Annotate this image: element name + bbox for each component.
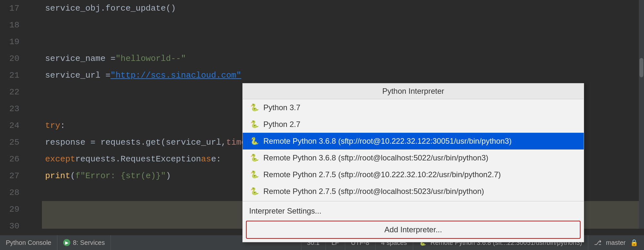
lock-icon: 🔒	[630, 239, 638, 246]
add-interpreter-box[interactable]: Add Interpreter...	[246, 221, 581, 239]
line-num-17: 17	[0, 0, 19, 17]
code-line-18	[42, 17, 644, 34]
gutter: ▽	[26, 0, 42, 229]
line-num-29: 29	[0, 201, 19, 218]
editor-scrollbar[interactable]	[639, 0, 644, 229]
line-num-21: 21	[0, 67, 19, 84]
python-icon: 🐍	[249, 169, 259, 180]
code-line-20: service_name = "helloworld--"	[42, 50, 644, 67]
interpreter-dropdown[interactable]: Python Interpreter 🐍 Python 3.7 🐍 Python…	[242, 83, 584, 242]
vcs-label: master	[606, 239, 626, 246]
interpreter-item-remote368b[interactable]: 🐍 Remote Python 3.6.8 (sftp://root@local…	[243, 149, 584, 166]
line-num-22: 22	[0, 84, 19, 101]
line-num-20: 20	[0, 50, 19, 67]
interpreter-item-py37[interactable]: 🐍 Python 3.7	[243, 99, 584, 116]
interpreter-item-remote275a[interactable]: 🐍 Remote Python 2.7.5 (sftp://root@10.22…	[243, 166, 584, 183]
code-line-19	[42, 34, 644, 50]
python-icon: 🐍	[249, 136, 259, 146]
line-num-27: 27	[0, 168, 19, 184]
line-num-23: 23	[0, 101, 19, 117]
line-num-19: 19	[0, 34, 19, 50]
run-icon: ▶	[63, 239, 70, 246]
interpreter-item-remote275b-label: Remote Python 2.7.5 (sftp://root@localho…	[263, 187, 484, 196]
line-num-30: 30	[0, 218, 19, 229]
status-services[interactable]: ▶ 8: Services	[57, 235, 111, 250]
status-vcs[interactable]: ⎇ master 🔒	[588, 235, 644, 250]
interpreter-item-py27-label: Python 2.7	[263, 120, 300, 129]
dropdown-divider	[243, 201, 584, 201]
line-num-18: 18	[0, 17, 19, 34]
vcs-icon: ⎇	[594, 239, 601, 246]
interpreter-item-remote275a-label: Remote Python 2.7.5 (sftp://root@10.222.…	[263, 170, 501, 179]
scrollbar-thumb[interactable]	[639, 58, 643, 77]
line-numbers: 17 18 19 20 21 22 23 24 25 26 27 28 29 3…	[0, 0, 26, 229]
interpreter-item-py37-label: Python 3.7	[263, 103, 300, 112]
line-num-25: 25	[0, 134, 19, 151]
interpreter-item-remote275b[interactable]: 🐍 Remote Python 2.7.5 (sftp://root@local…	[243, 183, 584, 200]
python-icon: 🐍	[249, 119, 259, 130]
python-icon: 🐍	[249, 153, 259, 163]
status-bar-left: Python Console ▶ 8: Services	[0, 235, 111, 250]
status-console[interactable]: Python Console	[0, 235, 57, 250]
interpreter-item-remote368b-label: Remote Python 3.6.8 (sftp://root@localho…	[263, 153, 488, 162]
line-num-24: 24	[0, 117, 19, 134]
interpreter-item-remote368a[interactable]: 🐍 Remote Python 3.6.8 (sftp://root@10.22…	[243, 133, 584, 149]
python-icon: 🐍	[249, 102, 259, 113]
interpreter-item-py27[interactable]: 🐍 Python 2.7	[243, 116, 584, 133]
console-label: Python Console	[6, 239, 51, 246]
services-label: 8: Services	[73, 239, 105, 246]
interpreter-settings-label: Interpreter Settings...	[249, 207, 321, 216]
line-num-28: 28	[0, 184, 19, 201]
add-interpreter-label: Add Interpreter...	[385, 225, 442, 234]
add-interpreter-button[interactable]: Add Interpreter...	[247, 221, 580, 238]
code-line-21: service_url = "http://scs.sinacloud.com"	[42, 67, 644, 84]
interpreter-item-remote368a-label: Remote Python 3.6.8 (sftp://root@10.222.…	[263, 137, 512, 146]
line-num-26: 26	[0, 151, 19, 168]
interpreter-settings-link[interactable]: Interpreter Settings...	[243, 203, 584, 219]
code-line-17: service_obj.force_update()	[42, 0, 644, 17]
python-icon: 🐍	[249, 186, 259, 197]
dropdown-header: Python Interpreter	[243, 83, 584, 99]
